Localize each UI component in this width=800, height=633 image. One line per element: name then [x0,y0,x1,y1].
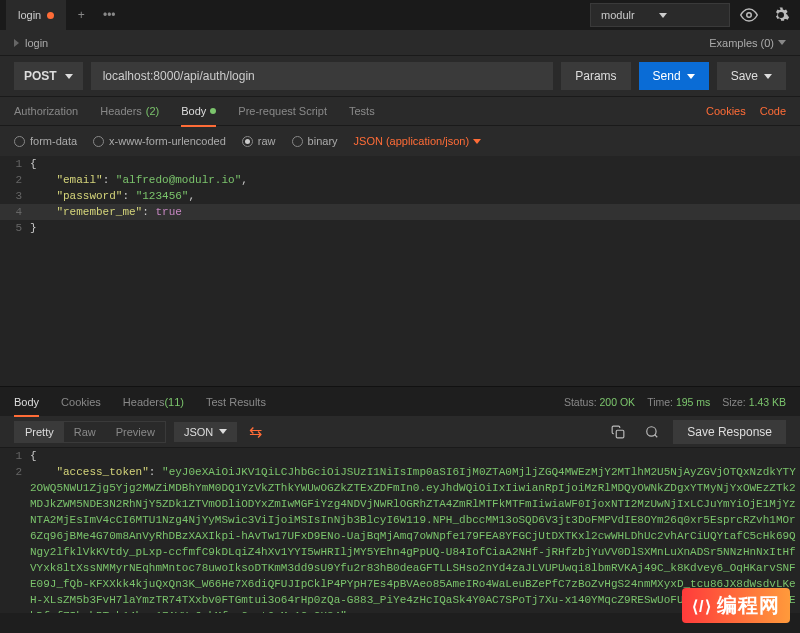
code-line: 2 "email": "alfredo@modulr.io", [0,172,800,188]
breadcrumb-bar: login Examples (0) [0,30,800,56]
tabbar: login + ••• modulr [0,0,800,30]
tab-body[interactable]: Body [181,96,216,126]
chevron-down-icon [659,13,667,18]
tab-login[interactable]: login [6,0,67,30]
tab-tests[interactable]: Tests [349,96,375,126]
params-button[interactable]: Params [561,62,630,90]
chevron-down-icon [65,74,73,79]
code-line: 2 "access_token": "eyJ0eXAiOiJKV1QiLCJhb… [0,464,800,613]
search-response-button[interactable] [639,419,665,445]
view-mode-segment: Pretty Raw Preview [14,421,166,443]
code-line: 1{ [0,156,800,172]
svg-line-3 [655,434,658,437]
environment-value: modulr [601,9,635,21]
response-tabs: Body Cookies Headers (11) Test Results S… [0,386,800,416]
new-tab-button[interactable]: + [67,0,95,30]
viewmode-pretty[interactable]: Pretty [15,422,64,442]
response-toolbar: Pretty Raw Preview JSON ⇆ Save Response [0,416,800,448]
tab-headers[interactable]: Headers (2) [100,96,159,126]
send-button[interactable]: Send [639,62,709,90]
chevron-down-icon [764,74,772,79]
viewmode-raw[interactable]: Raw [64,422,106,442]
radio-binary[interactable]: binary [292,135,338,147]
svg-point-0 [747,13,752,18]
wrap-toggle-button[interactable]: ⇆ [245,422,266,441]
response-format-select[interactable]: JSON [174,422,237,442]
radio-raw[interactable]: raw [242,135,276,147]
viewmode-preview[interactable]: Preview [106,422,165,442]
environment-select[interactable]: modulr [590,3,730,27]
code-line: 4 "remember_me": true [0,204,800,220]
tab-authorization[interactable]: Authorization [14,96,78,126]
chevron-right-icon [14,39,19,47]
send-label: Send [653,69,681,83]
request-links: Cookies Code [706,105,786,117]
copy-icon [611,425,625,439]
copy-response-button[interactable] [605,419,631,445]
request-tabs: Authorization Headers (2) Body Pre-reque… [0,96,800,126]
code-line: 3 "password": "123456", [0,188,800,204]
code-link[interactable]: Code [760,105,786,117]
radio-urlencoded[interactable]: x-www-form-urlencoded [93,135,226,147]
chevron-down-icon [778,40,786,45]
environment-picker: modulr [590,2,794,28]
tab-dirty-dot-icon [47,12,54,19]
body-modified-dot-icon [210,108,216,114]
watermark: 编程网 [682,588,790,623]
settings-button[interactable] [768,2,794,28]
body-type-row: form-data x-www-form-urlencoded raw bina… [0,126,800,156]
eye-icon [740,6,758,24]
tab-label: login [18,9,41,21]
chevron-down-icon [687,74,695,79]
response-tab-cookies[interactable]: Cookies [61,387,101,417]
url-bar: POST localhost:8000/api/auth/login Param… [0,56,800,96]
radio-formdata[interactable]: form-data [14,135,77,147]
response-meta: Status: 200 OK Time: 195 ms Size: 1.43 K… [564,396,786,408]
tab-prerequest[interactable]: Pre-request Script [238,96,327,126]
save-response-button[interactable]: Save Response [673,420,786,444]
method-select[interactable]: POST [14,62,83,90]
breadcrumb-name: login [25,37,48,49]
environment-preview-button[interactable] [736,2,762,28]
method-value: POST [24,69,57,83]
svg-point-2 [647,426,656,435]
search-icon [645,425,659,439]
code-line: 5} [0,220,800,236]
examples-label: Examples (0) [709,37,774,49]
gear-icon [772,6,790,24]
chevron-down-icon [219,429,227,434]
response-tab-headers[interactable]: Headers (11) [123,387,184,417]
content-type-select[interactable]: JSON (application/json) [354,135,482,147]
url-input[interactable]: localhost:8000/api/auth/login [91,62,554,90]
request-body-editor[interactable]: 1{2 "email": "alfredo@modulr.io",3 "pass… [0,156,800,386]
save-label: Save [731,69,758,83]
chevron-down-icon [473,139,481,144]
cookies-link[interactable]: Cookies [706,105,746,117]
svg-rect-1 [617,430,625,438]
examples-dropdown[interactable]: Examples (0) [709,37,786,49]
response-body-editor[interactable]: 1{2 "access_token": "eyJ0eXAiOiJKV1QiLCJ… [0,448,800,613]
response-tab-tests[interactable]: Test Results [206,387,266,417]
tab-overflow-button[interactable]: ••• [95,0,123,30]
response-tab-body[interactable]: Body [14,387,39,417]
save-button[interactable]: Save [717,62,786,90]
code-line: 1{ [0,448,800,464]
